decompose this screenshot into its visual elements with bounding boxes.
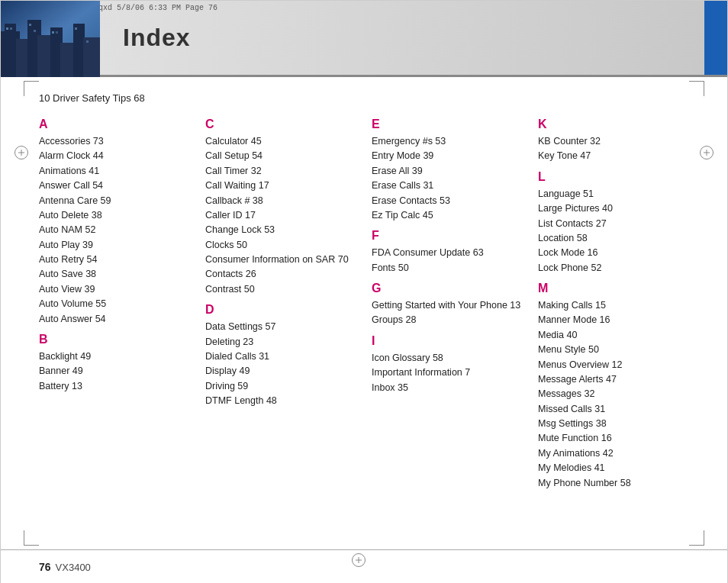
- section-letter-E: E: [372, 118, 523, 131]
- index-item: Auto Save 38: [39, 267, 190, 282]
- index-item: Call Setup 54: [205, 149, 356, 163]
- section-letter-K: K: [538, 118, 689, 131]
- index-item: Backlight 49: [39, 349, 190, 364]
- index-item: Erase Contacts 53: [372, 194, 523, 208]
- index-item: Making Calls 15: [538, 298, 689, 313]
- index-grid: AAccessories 73Alarm Clock 44Animations …: [39, 118, 689, 534]
- index-item: Antenna Care 59: [39, 194, 190, 208]
- svg-rect-15: [56, 31, 58, 34]
- index-item: Messages 32: [538, 387, 689, 401]
- page: *VX3400-(E) .qxd 5/8/06 6:33 PM Page 76: [0, 0, 728, 583]
- index-item: Message Alerts 47: [538, 372, 689, 387]
- index-item: Change Lock 53: [205, 223, 356, 237]
- index-item: Media 40: [538, 328, 689, 343]
- index-item: Getting Started with Your Phone 13: [372, 298, 523, 313]
- index-item: Call Timer 32: [205, 164, 356, 179]
- header-accent: [704, 1, 727, 75]
- index-item: Lock Phone 52: [538, 261, 689, 275]
- index-item: Contrast 50: [205, 282, 356, 297]
- svg-rect-14: [52, 31, 54, 34]
- index-column-2: CCalculator 45Call Setup 54Call Timer 32…: [205, 118, 356, 534]
- svg-rect-9: [83, 37, 100, 77]
- index-item: Auto View 39: [39, 282, 190, 297]
- index-item: Calculator 45: [205, 134, 356, 149]
- index-item: Display 49: [205, 364, 356, 378]
- index-item: KB Counter 32: [538, 134, 689, 149]
- index-item: Location 58: [538, 231, 689, 246]
- section-letter-G: G: [372, 282, 523, 295]
- svg-rect-11: [10, 27, 12, 30]
- index-item: Manner Mode 16: [538, 313, 689, 327]
- index-item: Answer Call 54: [39, 179, 190, 193]
- index-item: Consumer Information on SAR 70: [205, 253, 356, 267]
- section-letter-M: M: [538, 282, 689, 295]
- svg-rect-12: [29, 24, 31, 26]
- index-item: Lock Mode 16: [538, 246, 689, 260]
- header: Index: [1, 1, 727, 77]
- index-item: Icon Glossary 58: [372, 351, 523, 366]
- index-item: Entry Mode 39: [372, 149, 523, 163]
- index-item: Alarm Clock 44: [39, 149, 190, 163]
- footer-model: VX3400: [56, 562, 91, 573]
- header-image: [1, 1, 100, 77]
- svg-rect-16: [75, 27, 77, 30]
- index-item: Language 51: [538, 187, 689, 201]
- index-item: FDA Consumer Update 63: [372, 246, 523, 260]
- svg-rect-2: [5, 24, 16, 77]
- index-item: Call Waiting 17: [205, 179, 356, 193]
- index-item: Data Settings 57: [205, 320, 356, 334]
- svg-rect-8: [73, 24, 85, 77]
- index-item: Driving 59: [205, 379, 356, 394]
- index-item: Inbox 35: [372, 381, 523, 395]
- index-item: Groups 28: [372, 313, 523, 327]
- footer-page-number: 76: [39, 561, 51, 573]
- index-item: Auto Delete 38: [39, 208, 190, 223]
- print-mark-bottom: [352, 553, 366, 567]
- section-letter-D: D: [205, 303, 356, 317]
- index-item: Erase All 39: [372, 164, 523, 179]
- section-letter-C: C: [205, 118, 356, 131]
- corner-mark-tl: [24, 81, 39, 96]
- index-item: Clocks 50: [205, 238, 356, 253]
- index-item: Caller ID 17: [205, 208, 356, 223]
- corner-mark-br: [689, 530, 704, 546]
- index-item: Msg Settings 38: [538, 417, 689, 431]
- index-item: Callback # 38: [205, 194, 356, 208]
- index-item: Auto Volume 55: [39, 297, 190, 311]
- index-item: Emergency #s 53: [372, 134, 523, 149]
- footer: 76 VX3400: [1, 549, 727, 583]
- index-item: Banner 49: [39, 364, 190, 378]
- section-letter-L: L: [538, 170, 689, 184]
- index-item: Auto Play 39: [39, 238, 190, 253]
- index-item: Menus Overview 12: [538, 358, 689, 372]
- index-column-1: AAccessories 73Alarm Clock 44Animations …: [39, 118, 190, 534]
- print-mark-right: [700, 146, 714, 159]
- index-item: Key Tone 47: [538, 149, 689, 163]
- index-column-4: KKB Counter 32Key Tone 47LLanguage 51Lar…: [538, 118, 689, 534]
- index-item: My Animations 42: [538, 446, 689, 461]
- index-item: My Phone Number 58: [538, 476, 689, 491]
- index-item: Ez Tip Calc 45: [372, 208, 523, 223]
- index-item: Erase Calls 31: [372, 179, 523, 193]
- section-letter-B: B: [39, 333, 190, 346]
- svg-rect-17: [86, 40, 89, 43]
- index-item: Auto NAM 52: [39, 223, 190, 237]
- index-item: Battery 13: [39, 379, 190, 394]
- page-title: Index: [123, 24, 191, 52]
- index-item: Dialed Calls 31: [205, 349, 356, 364]
- svg-rect-13: [34, 30, 36, 32]
- main-content: 10 Driver Safety Tips 68 AAccessories 73…: [1, 77, 727, 549]
- index-item: DTMF Length 48: [205, 394, 356, 408]
- intro-line: 10 Driver Safety Tips 68: [39, 92, 689, 104]
- index-column-3: EEmergency #s 53Entry Mode 39Erase All 3…: [372, 118, 523, 534]
- section-letter-A: A: [39, 118, 190, 131]
- index-item: Accessories 73: [39, 134, 190, 149]
- index-item: Auto Retry 54: [39, 253, 190, 267]
- index-item: Contacts 26: [205, 267, 356, 282]
- index-item: List Contacts 27: [538, 217, 689, 231]
- index-item: Large Pictures 40: [538, 201, 689, 216]
- index-item: Animations 41: [39, 164, 190, 179]
- print-mark-left: [14, 146, 28, 159]
- corner-mark-tr: [689, 81, 704, 96]
- index-item: Missed Calls 31: [538, 402, 689, 417]
